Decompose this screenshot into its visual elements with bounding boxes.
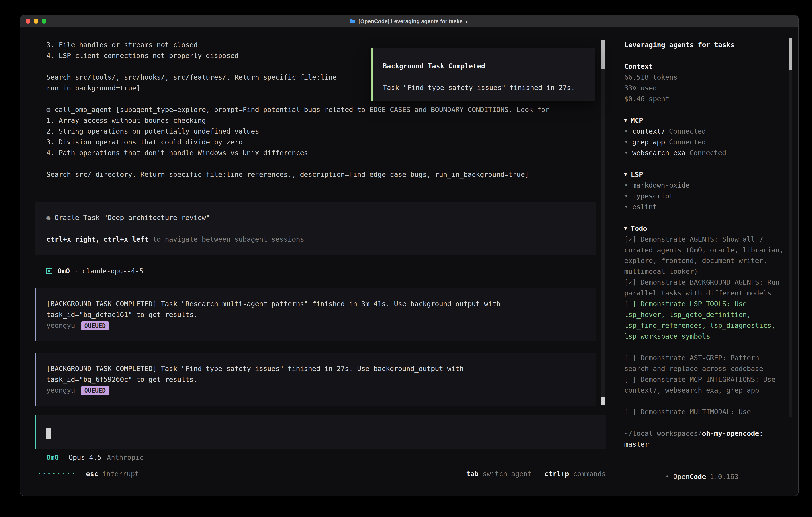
log-line-blank — [46, 158, 606, 169]
traffic-lights — [26, 15, 46, 27]
bullet-icon: • — [624, 138, 628, 146]
version-footer: •OpenCode1.0.163 — [624, 461, 786, 471]
message-block: [BACKGROUND TASK COMPLETED] Task "Resear… — [35, 288, 596, 342]
commands-key-label: commands — [573, 469, 606, 480]
log-line: 3. Division operations that could divide… — [46, 137, 606, 147]
separator-dot — [70, 266, 74, 277]
hint-keys: ctrl+x right, ctrl+x left — [46, 235, 149, 243]
separator-dot: · — [74, 266, 78, 277]
zoom-button[interactable] — [41, 19, 46, 24]
lsp-name: markdown-oxide — [632, 181, 690, 189]
mcp-status: Connected — [669, 127, 706, 135]
todo-heading[interactable]: ▼Todo — [624, 223, 786, 234]
agent-name: OmO — [58, 266, 70, 277]
tab-key-label — [478, 469, 483, 480]
lsp-item: •markdown-oxide — [624, 180, 786, 191]
lsp-heading-label: LSP — [631, 170, 643, 178]
window-title: [OpenCode] Leveraging agents for tasks ◐ — [20, 18, 799, 24]
bullet-icon: • — [665, 472, 669, 481]
bullet-icon: • — [624, 181, 628, 189]
message-text: [BACKGROUND TASK COMPLETED] Task "Resear… — [46, 299, 588, 309]
toast-body: Task "Find type safety issues" finished … — [383, 82, 587, 93]
lsp-name: eslint — [632, 203, 657, 211]
esc-key-label: interrupt — [102, 469, 139, 480]
separator-dot — [78, 266, 82, 277]
status-right: tab switch agent ctrl+p commands — [466, 469, 606, 480]
close-button[interactable] — [26, 19, 30, 24]
main-scrollbar[interactable] — [601, 39, 605, 405]
agent-header: OmO · claude-opus-4-5 — [46, 266, 606, 277]
background-task-toast: Background Task Completed Task "Find typ… — [371, 48, 595, 101]
todo-item-active: [ ] Demonstrate LSP TOOLS: Use lsp_hover… — [624, 299, 786, 342]
sidebar-scrollbar[interactable] — [789, 37, 792, 417]
mcp-name: context7 — [632, 127, 665, 135]
mcp-name: websearch_exa — [632, 149, 686, 157]
esc-key-hint: esc — [86, 469, 98, 480]
todo-item-pending: [ ] Demonstrate MCP INTEGRATIONS: Use co… — [624, 374, 786, 396]
workspace-path: ~/local-workspaces/oh-my-opencode: — [624, 428, 786, 439]
tool-call-text: call_omo_agent [subagent_type=explore, p… — [55, 106, 549, 113]
mcp-status: Connected — [669, 138, 706, 146]
message-meta: yeongyu QUEUED — [46, 385, 588, 396]
chevron-down-icon: ▼ — [624, 117, 627, 123]
gear-icon: ⚙ — [46, 106, 51, 113]
log-line: 2. String operations on potentially unde… — [46, 126, 606, 137]
todo-heading-label: Todo — [631, 224, 647, 232]
workspace-info: ~/local-workspaces/oh-my-opencode: maste… — [624, 428, 786, 450]
window-title-text: [OpenCode] Leveraging agents for tasks — [359, 18, 463, 24]
status-badge: QUEUED — [81, 386, 109, 395]
message-block: [BACKGROUND TASK COMPLETED] Task "Find t… — [35, 353, 596, 406]
active-model-label: Opus 4.5 — [68, 452, 101, 463]
lsp-heading[interactable]: ▼LSP — [624, 169, 786, 180]
tab-key-hint: tab — [466, 469, 478, 480]
workspace-branch: master — [624, 439, 786, 450]
mcp-section: ▼MCP •context7Connected •grep_appConnect… — [624, 115, 786, 158]
spacer — [383, 72, 587, 82]
minimize-button[interactable] — [34, 19, 38, 24]
titlebar[interactable]: [OpenCode] Leveraging agents for tasks ◐ — [20, 15, 799, 28]
prompt-input[interactable] — [35, 415, 606, 449]
mcp-status: Connected — [690, 149, 726, 157]
session-state-icon: ◐ — [465, 18, 468, 24]
workspace-repo: oh-my-opencode: — [702, 430, 763, 437]
mcp-item: •grep_appConnected — [624, 137, 786, 147]
activity-dots-icon: ········ — [37, 469, 76, 480]
mcp-item: •websearch_exaConnected — [624, 147, 786, 158]
status-badge: QUEUED — [81, 321, 109, 330]
mcp-name: grep_app — [632, 138, 665, 146]
message-text: [BACKGROUND TASK COMPLETED] Task "Find t… — [46, 363, 588, 374]
app-name-bold: Code — [690, 472, 706, 481]
bullet-icon: • — [624, 192, 628, 200]
esc-key-label — [98, 469, 102, 480]
app-version: 1.0.163 — [710, 472, 738, 481]
tool-call-line: ⚙ call_omo_agent [subagent_type=explore,… — [46, 104, 606, 115]
text-cursor — [46, 428, 51, 439]
mcp-heading[interactable]: ▼MCP — [624, 115, 786, 126]
fisheye-icon: ◉ — [46, 214, 51, 221]
sidebar-scrollbar-thumb[interactable] — [789, 37, 792, 71]
lsp-item: •eslint — [624, 201, 786, 212]
bullet-icon: • — [624, 127, 628, 135]
main-scrollbar-bottom-thumb[interactable] — [601, 397, 605, 405]
oracle-task-hint: ctrl+x right, ctrl+x left to navigate be… — [46, 234, 588, 245]
context-heading: Context — [624, 61, 786, 72]
lsp-item: •typescript — [624, 191, 786, 201]
folder-icon — [350, 19, 356, 24]
log-line: 4. Path operations that don't handle Win… — [46, 147, 606, 158]
mcp-item: •context7Connected — [624, 126, 786, 137]
workspace-path-prefix: ~/local-workspaces/ — [624, 430, 702, 437]
todo-section: ▼Todo [✓] Demonstrate AGENTS: Show all 7… — [624, 223, 786, 417]
agent-model: claude-opus-4-5 — [82, 266, 143, 277]
scale-wrapper: [OpenCode] Leveraging agents for tasks ◐… — [0, 0, 812, 517]
oracle-task-title: Oracle Task "Deep architecture review" — [55, 214, 210, 221]
commands-key-label — [569, 469, 573, 480]
message-text: task_id="bg_dcfac161" to get results. — [46, 309, 588, 320]
chevron-down-icon: ▼ — [624, 225, 627, 231]
context-spent: $0.46 spent — [624, 93, 786, 104]
commands-key-hint: ctrl+p — [545, 469, 569, 480]
main-scrollbar-thumb[interactable] — [601, 39, 605, 69]
app-name: Open — [673, 472, 690, 481]
context-used: 33% used — [624, 83, 786, 93]
context-section: Context 66,518 tokens 33% used $0.46 spe… — [624, 61, 786, 104]
session-title: Leveraging agents for tasks — [624, 39, 786, 50]
